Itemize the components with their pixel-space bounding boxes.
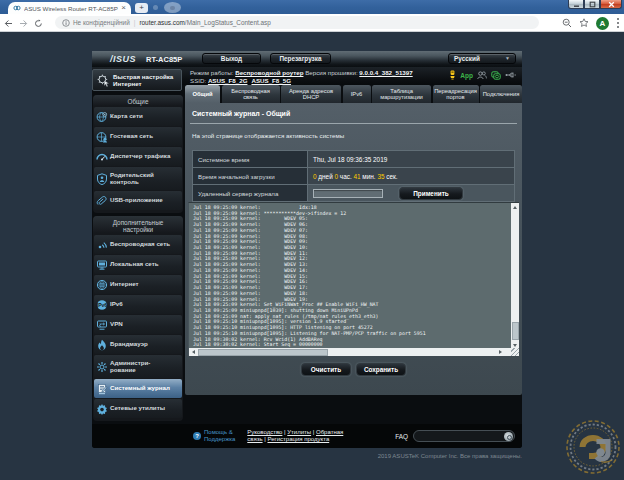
close-button[interactable] [600, 0, 622, 9]
maximize-button[interactable] [584, 0, 600, 9]
tab-close-icon[interactable]: × [121, 5, 126, 11]
bookmark-star-icon[interactable] [579, 18, 589, 28]
sidebar-item-parental-control[interactable]: Родительский контроль [94, 167, 182, 190]
uptime-label: Время начальной загрузки [193, 168, 308, 185]
scroll-left-button[interactable] [189, 348, 197, 356]
table-row: Удаленный сервер журнала Применить [193, 185, 515, 202]
sidebar-item-ipv6[interactable]: IPv6 IPv6 [94, 295, 182, 314]
uptime-minutes-unit: мин. [361, 173, 378, 180]
zoom-icon[interactable] [562, 18, 572, 28]
sidebar-item-traffic-manager[interactable]: Диспетчер трафика [94, 147, 182, 166]
vertical-scrollbar[interactable] [511, 203, 519, 349]
address-bar[interactable]: Не конфіденційний | router.asus.com/Main… [55, 16, 539, 29]
tab-port-forwarding[interactable]: Переадресация портов [433, 85, 479, 103]
nav-buttons [4, 14, 43, 32]
horizontal-scroll-thumb[interactable] [198, 349, 328, 356]
firewall-icon [94, 339, 110, 351]
faq-search-input[interactable] [413, 430, 515, 442]
sidebar-item-vpn[interactable]: VPN [94, 315, 182, 334]
clear-button[interactable]: Очистить [301, 363, 351, 376]
sidebar-item-wireless[interactable]: Беспроводная сеть [94, 235, 182, 254]
back-icon[interactable] [4, 19, 13, 28]
uptime-value: 0 дней 0 час. 41 мин. 35 сек. [308, 168, 515, 185]
vertical-scroll-thumb[interactable] [512, 322, 519, 340]
wifi-status-icon[interactable] [491, 71, 501, 80]
forward-icon[interactable] [19, 19, 28, 28]
uptime-hours-unit: час. [338, 173, 353, 180]
tab-general[interactable]: Общий [185, 85, 220, 103]
sidebar-item-usb-application[interactable]: USB-приложение [94, 191, 182, 210]
sidebar-item-network-map[interactable]: Карта сети [94, 107, 182, 126]
firmware-alert-icon[interactable] [449, 70, 456, 80]
administration-icon [94, 361, 110, 373]
browser-tab[interactable]: ASUS Wireless Router RT-AC85P × [8, 2, 131, 14]
sidebar-item-label: Сетевые утилиты [110, 405, 165, 412]
window-controls [568, 0, 622, 10]
uptime-minutes: 41 [353, 173, 360, 180]
minimize-button[interactable] [568, 0, 584, 9]
language-select[interactable]: Русский▼ [448, 53, 516, 65]
apply-button[interactable]: Применить [399, 187, 463, 200]
app-label[interactable]: App [460, 72, 473, 79]
usb-application-icon [94, 195, 110, 207]
faq-search: FAQ [395, 430, 515, 442]
sidebar-section-general: Общие [93, 95, 183, 107]
ssid-5g-link[interactable]: ASUS_F8_5G [251, 77, 291, 84]
firmware-link[interactable]: 9.0.0.4_382_51397 [359, 69, 412, 76]
product-registration-link[interactable]: Регистрация продукта [267, 436, 329, 442]
sidebar-group-general: Общие Карта сети Гостевая сеть Диспетчер… [93, 95, 183, 213]
sidebar-item-network-tools[interactable]: Сетевые утилиты [94, 399, 182, 418]
profile-avatar[interactable]: A [596, 17, 609, 30]
system-log-textarea[interactable]: Jul 18 09:25:09 kernel: Idx:18 Jul 18 09… [188, 202, 519, 356]
operation-mode-link[interactable]: Беспроводной роутер [235, 69, 303, 76]
menu-dots-icon[interactable] [616, 17, 620, 29]
logout-button[interactable]: Выход [202, 53, 261, 65]
sidebar-item-system-log[interactable]: Системный журнал [94, 379, 182, 398]
tab-ipv6[interactable]: IPv6 [343, 85, 371, 103]
faq-search-icon[interactable] [504, 432, 513, 441]
sidebar-item-label: Администри- рование [110, 360, 150, 374]
quick-setup-button[interactable]: Быстрая настройка Интернет [92, 69, 182, 91]
tab-connections[interactable]: Подключения [480, 85, 522, 103]
new-tab-button[interactable]: + [135, 3, 148, 13]
horizontal-scrollbar[interactable] [189, 348, 512, 356]
router-banner: /ISUS RT-AC85P Выход Перезагрузка Русски… [92, 51, 522, 67]
usb-status-icon[interactable] [505, 71, 516, 79]
info-icon[interactable] [62, 19, 70, 27]
reboot-button[interactable]: Перезагрузка [270, 53, 331, 65]
help-support[interactable]: ? Помощь & Поддержка [193, 429, 235, 443]
tab-dhcp-leases[interactable]: Аренда адресов DHCP [281, 85, 341, 103]
status-table: Системное время Thu, Jul 18 09:36:35 201… [192, 150, 515, 202]
sidebar-item-label: Гостевая сеть [110, 133, 153, 140]
sidebar-item-wan[interactable]: Интернет [94, 275, 182, 294]
scroll-right-button[interactable] [496, 348, 504, 356]
firmware-label: Версия прошивки: [303, 69, 359, 76]
reload-icon[interactable] [34, 19, 43, 28]
utilities-link[interactable]: Утилиты [287, 429, 311, 435]
sidebar-item-lan[interactable]: Локальная сеть [94, 255, 182, 274]
ipv6-icon-text: IPv6 [97, 301, 108, 307]
sidebar-group-advanced: Дополнительные настройки Беспроводная се… [93, 216, 183, 421]
content-panel: Системный журнал - Общий На этой страниц… [185, 103, 522, 395]
manual-link[interactable]: Руководство [247, 429, 282, 435]
titlebar-circle [164, 2, 181, 13]
sidebar-item-guest-network[interactable]: Гостевая сеть [94, 127, 182, 146]
clients-icon[interactable] [477, 71, 487, 80]
browser-toolbar: Не конфіденційний | router.asus.com/Main… [0, 14, 624, 32]
footer-links: Руководство | Утилиты | Обратная связь |… [247, 429, 351, 443]
tab-routing-table[interactable]: Таблица маршрутизации [372, 85, 431, 103]
ssid-2g-link[interactable]: ASUS_F8_2G [208, 77, 248, 84]
save-button[interactable]: Сохранить [356, 363, 406, 376]
sidebar-item-label: Родительский контроль [110, 172, 154, 186]
log-action-buttons: Очистить Сохранить [185, 363, 522, 376]
asus-logo: /ISUS [110, 54, 136, 64]
sidebar-item-label: Беспроводная сеть [110, 241, 170, 248]
remote-server-input[interactable] [313, 189, 383, 198]
sidebar-item-firewall[interactable]: Брандмауэр [94, 335, 182, 354]
sidebar-item-administration[interactable]: Администри- рование [94, 355, 182, 378]
ssid-label: SSID: [190, 77, 208, 84]
guest-network-icon [94, 131, 110, 143]
asus-favicon [13, 4, 21, 12]
scroll-up-button[interactable] [511, 203, 519, 211]
tab-wireless-log[interactable]: Беспроводная связь [222, 85, 280, 103]
